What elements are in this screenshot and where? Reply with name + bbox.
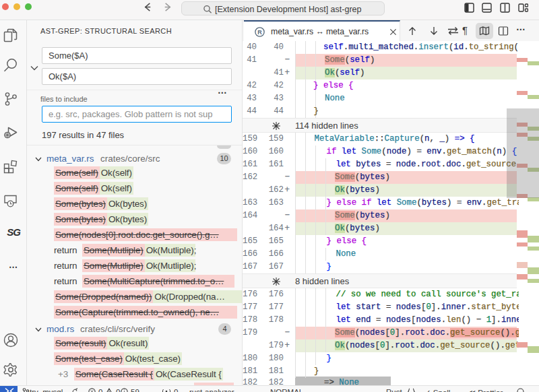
- svg-text:R: R: [257, 29, 262, 36]
